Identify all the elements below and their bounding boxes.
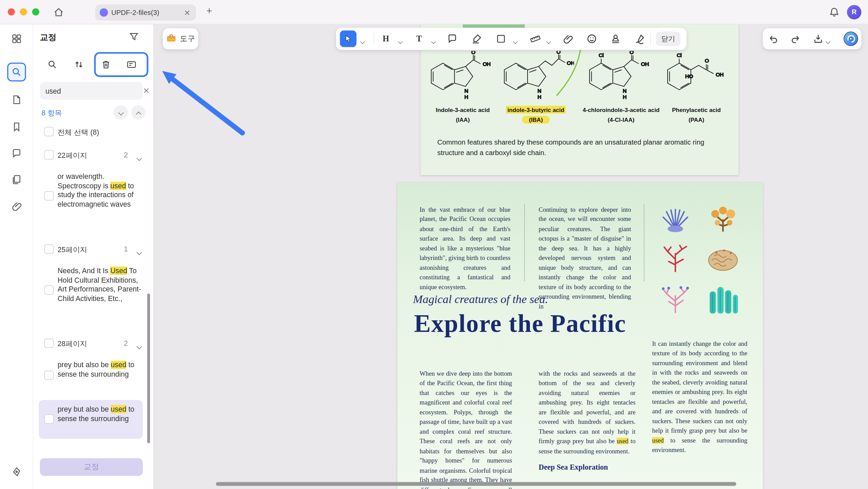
close-toolbar-button[interactable]: 닫기 — [656, 32, 680, 46]
save-options-chevron[interactable] — [827, 35, 830, 45]
user-avatar[interactable]: R — [847, 5, 861, 19]
highlighter-tool-button[interactable] — [471, 33, 482, 44]
panel-search-icon[interactable] — [43, 55, 62, 74]
page-group-22[interactable]: 22페이지 2 — [33, 148, 153, 162]
select-all-row[interactable]: 전체 선택 (8) — [33, 125, 153, 139]
expand-all-button[interactable] — [131, 105, 145, 119]
highlighted-term: used — [111, 182, 126, 190]
annotation-toolbar: H T — [336, 28, 686, 50]
collapse-all-button[interactable] — [114, 105, 128, 119]
group-checkbox[interactable] — [44, 150, 54, 159]
search-input[interactable] — [45, 87, 143, 95]
group-checkbox[interactable] — [44, 244, 54, 254]
creature-blue-anemone-illustration — [658, 203, 693, 235]
minimize-window-button[interactable] — [20, 8, 27, 15]
card-view-icon[interactable] — [122, 55, 141, 74]
deep-sea-heading: Deep Sea Exploration — [539, 463, 608, 472]
history-save-toolbar — [763, 28, 862, 49]
undo-icon[interactable] — [768, 33, 779, 44]
redo-icon[interactable] — [790, 33, 801, 44]
thumbnails-icon[interactable] — [7, 90, 26, 109]
bookmarks-icon[interactable] — [7, 117, 26, 136]
tab-close-icon[interactable]: ✕ — [183, 8, 192, 17]
search-tab-icon[interactable] — [7, 62, 26, 81]
notifications-icon[interactable] — [829, 7, 840, 18]
sort-icon[interactable] — [69, 55, 88, 74]
search-result-item[interactable]: Needs, And It Is Used To Hold Cultural E… — [33, 266, 153, 317]
chevron-down-icon[interactable] — [137, 341, 141, 351]
proofread-apply-button[interactable]: 교정 — [40, 458, 143, 476]
group-count: 2 — [124, 339, 128, 347]
select-all-checkbox[interactable] — [44, 127, 54, 136]
apps-grid-icon[interactable] — [7, 30, 26, 49]
result-checkbox[interactable] — [44, 414, 54, 424]
sticker-tool-button[interactable] — [586, 33, 597, 44]
creature-red-coral-illustration — [658, 243, 693, 275]
select-tool-chevron[interactable] — [361, 35, 364, 45]
atom-label: H — [465, 94, 468, 100]
atom-label: N — [537, 88, 541, 94]
result-checkbox[interactable] — [44, 191, 54, 201]
toolbar-divider — [374, 33, 374, 45]
horizontal-scrollbar[interactable] — [216, 482, 736, 486]
measure-tool-chevron[interactable] — [547, 35, 550, 45]
result-checkbox[interactable] — [44, 371, 54, 380]
search-result-item[interactable]: or wavelength. Spectroscopy is used to s… — [33, 172, 153, 223]
updf-logo-icon — [100, 8, 108, 16]
chevron-down-icon — [118, 110, 123, 115]
toolbox-icon — [166, 33, 177, 45]
filter-icon[interactable] — [129, 31, 141, 43]
page2-main-heading: Explore the Pacific — [414, 309, 647, 338]
save-icon[interactable] — [813, 33, 824, 44]
select-tool-button[interactable] — [340, 31, 356, 47]
new-tab-button[interactable]: + — [204, 5, 215, 17]
delete-results-icon[interactable] — [96, 55, 115, 74]
group-checkbox[interactable] — [44, 339, 54, 348]
group-count: 1 — [124, 245, 128, 253]
search-field[interactable]: ✕ — [40, 82, 143, 100]
clear-search-icon[interactable]: ✕ — [143, 86, 150, 96]
signature-tool-button[interactable] — [634, 33, 646, 44]
home-icon[interactable] — [53, 7, 64, 18]
group-page-label: 25페이지 — [58, 245, 87, 255]
compound-label-highlighted: indole-3-butyric acid(IBA) — [489, 105, 583, 125]
left-icon-rail — [0, 24, 33, 489]
highlighted-term: used — [617, 438, 628, 445]
page2-column3: When we dive deep into the bottom of the… — [420, 369, 512, 489]
column-divider — [644, 204, 645, 282]
comment-tool-button[interactable] — [447, 33, 458, 44]
page-group-28[interactable]: 28페이지 2 — [33, 336, 153, 351]
panel-scrollbar[interactable] — [147, 294, 150, 443]
atom-label: HO — [685, 73, 693, 79]
attachment-tool-button[interactable] — [563, 33, 574, 44]
pages-icon[interactable] — [7, 170, 26, 189]
search-result-item[interactable]: prey but also be used to sense the surro… — [33, 361, 153, 392]
tab-title: UPDF-2-files(3) — [111, 8, 183, 16]
close-window-button[interactable] — [8, 8, 15, 15]
heading-tool-button[interactable]: H — [382, 34, 389, 43]
result-checkbox[interactable] — [44, 285, 54, 295]
stamp-tool-button[interactable] — [610, 33, 621, 44]
comments-icon[interactable] — [7, 144, 26, 163]
page-group-25[interactable]: 25페이지 1 — [33, 242, 153, 256]
ai-assistant-button[interactable] — [843, 31, 859, 46]
text-tool-chevron[interactable] — [432, 35, 435, 45]
pen-tool-icon[interactable] — [7, 463, 26, 482]
atom-label: Cl — [599, 52, 604, 58]
chevron-down-icon[interactable] — [137, 247, 141, 257]
search-result-item-selected[interactable]: prey but also be used to sense the surro… — [39, 400, 143, 439]
group-page-label: 22페이지 — [58, 151, 87, 161]
column-divider — [524, 204, 525, 282]
measure-tool-button[interactable] — [530, 33, 541, 44]
attachments-icon[interactable] — [7, 197, 26, 216]
zoom-window-button[interactable] — [32, 8, 39, 15]
text-tool-button[interactable]: T — [416, 34, 422, 43]
heading-tool-chevron[interactable] — [399, 35, 402, 45]
pdf-page-28[interactable]: In the vast embrace of our blue planet, … — [397, 183, 763, 489]
chevron-down-icon[interactable] — [137, 152, 141, 162]
shape-tool-chevron[interactable] — [514, 35, 517, 45]
document-tab[interactable]: UPDF-2-files(3) ✕ — [95, 4, 196, 20]
creature-pink-coral-illustration — [658, 284, 693, 316]
shape-tool-button[interactable] — [496, 34, 506, 44]
tools-button[interactable]: 도구 — [163, 28, 198, 49]
